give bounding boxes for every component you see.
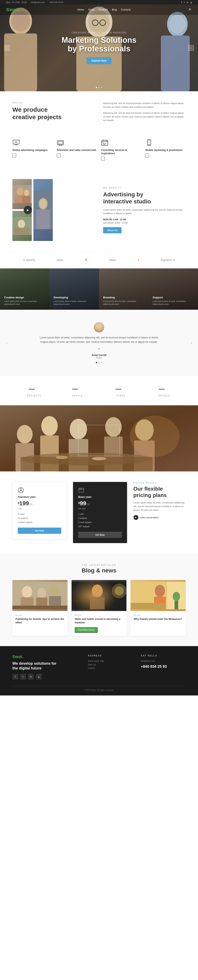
svg-point-72	[22, 586, 32, 598]
stat-years: — Years	[99, 384, 142, 397]
pricing-standard-button[interactable]: Get Now	[18, 528, 61, 534]
hero-section: ‹ CREATIVE AGENCY WITH A PASSION Marketi…	[0, 5, 198, 91]
top-bar-email: info@swot.com	[31, 1, 45, 3]
studio-images: ▶	[13, 179, 95, 241]
nav-portfolio[interactable]: Portfolio	[98, 8, 108, 11]
social-instagram[interactable]: in	[187, 1, 188, 3]
pricing-basic-card: Basic plan $99.00 per user 1 user5 proje…	[73, 482, 127, 543]
testimonial-dot-1[interactable]	[96, 362, 97, 363]
footer-brand: Swot. We develop solutions forthe digita…	[13, 654, 79, 680]
studio-image-1	[13, 179, 32, 209]
pricing-basic-icon	[78, 487, 84, 493]
hero-dot-3[interactable]	[101, 87, 102, 88]
search-icon[interactable]: 🔍	[189, 8, 192, 11]
svg-rect-79	[71, 582, 127, 609]
svg-point-64	[130, 416, 179, 457]
svg-rect-35	[22, 196, 30, 203]
pricing-saving-label: SAVING MONEY	[133, 482, 186, 484]
service-card-4-content: Support Lorem ipsum dolor sit amet, cons…	[149, 269, 198, 310]
social-facebook[interactable]: f	[181, 1, 182, 3]
hero-dot-1[interactable]	[96, 87, 97, 88]
service-4-arrow[interactable]: →	[146, 154, 149, 158]
pricing-video-label: Video presentation	[140, 516, 159, 519]
brands-section: ● spotify alelo A Haier ₿ logitech G	[0, 251, 198, 269]
testimonial-avatar	[94, 322, 104, 332]
blog-title-3: Why brands should enter the Metaverse?	[134, 617, 182, 621]
studio-title: Advertising byinteractive studio	[103, 191, 185, 205]
pricing-video-link[interactable]: ▶ Video presentation	[133, 515, 186, 520]
footer-address-col: Address Street name, City,State zip,Coun…	[88, 654, 133, 680]
svg-point-91	[173, 592, 180, 601]
hero-subtitle: CREATIVE AGENCY WITH A PASSION	[62, 32, 136, 34]
hero-prev-button[interactable]: ‹	[4, 45, 10, 51]
hero-dot-2[interactable]	[98, 87, 100, 88]
svg-point-41	[18, 220, 25, 228]
svg-point-66	[20, 488, 22, 490]
blog-image-1	[13, 580, 67, 611]
hero-next-button[interactable]: ›	[188, 45, 194, 51]
pricing-section: Standard plan $199.00 / per 5 users10 pr…	[0, 471, 198, 554]
stat-projects: — Projects	[13, 384, 56, 397]
service-2-arrow[interactable]: →	[57, 154, 60, 158]
testimonial-prev-button[interactable]: ‹	[6, 341, 7, 345]
footer-twitter-icon[interactable]: t	[20, 674, 26, 679]
service-card-3-text: Lorem ipsum dolor sit amet, consectetur …	[103, 300, 144, 305]
svg-point-83	[112, 584, 127, 598]
nav-contacts[interactable]: Contacts	[121, 8, 131, 11]
service-1-arrow[interactable]: →	[13, 154, 16, 158]
stat-projects-label: Projects	[13, 395, 56, 397]
blog-card-1: BLOG Publishing for brands: tips to achi…	[13, 580, 67, 636]
service-card-2-text: Lorem ipsum dolor sit amet, consectetur …	[54, 300, 95, 305]
pricing-standard-card: Standard plan $199.00 / per 5 users10 pr…	[13, 482, 67, 539]
blog-card-2: BLOG Skills and habits crucial to becomi…	[71, 580, 127, 636]
social-google[interactable]: g	[190, 1, 192, 3]
studio-section: ▶ WE MAKE IT Advertising byinteractive s…	[0, 169, 198, 251]
blog-tag-3: BLOG	[134, 614, 182, 616]
top-bar: Mon - Fri: 8:00 - 22:00 info@swot.com +8…	[0, 0, 198, 5]
svg-rect-78	[13, 606, 67, 609]
testimonial-dot-2[interactable]	[98, 362, 100, 363]
footer-google-icon[interactable]: g	[36, 674, 42, 679]
footer-social: f t in g	[13, 674, 79, 679]
hero-cta-button[interactable]: Explore Now	[87, 57, 112, 64]
stat-years-label: Years	[99, 395, 142, 397]
pricing-standard-price: $199.00	[18, 500, 61, 507]
header-icons: 🔍	[189, 8, 192, 11]
logo[interactable]: Swot.	[6, 7, 19, 13]
studio-about-button[interactable]: About Us	[103, 227, 122, 233]
blog-label: THE LATEST ARTICLES	[13, 564, 185, 566]
svg-point-61	[56, 456, 68, 459]
footer-linkedin-icon[interactable]: in	[28, 674, 34, 679]
footer-facebook-icon[interactable]: f	[13, 674, 18, 679]
blog-title: Blog & news	[13, 567, 185, 574]
nav-home[interactable]: Home	[78, 8, 84, 11]
blog-tag-2: BLOG	[74, 614, 124, 616]
pricing-basic-button[interactable]: Get Now	[78, 532, 122, 538]
service-tv-radio: Television and radio commercials →	[57, 139, 97, 161]
service-4-title: Mobile marketing & promotions	[146, 149, 185, 152]
footer-logo[interactable]: Swot.	[13, 654, 79, 659]
pricing-basic-period: per user	[78, 508, 122, 510]
svg-rect-82	[90, 597, 105, 609]
svg-point-88	[155, 585, 165, 597]
service-card-creative: Creative design Lorem ipsum dolor sit am…	[0, 269, 49, 310]
hero-content: CREATIVE AGENCY WITH A PASSION Marketing…	[62, 32, 136, 64]
service-card-1-content: Creative design Lorem ipsum dolor sit am…	[0, 269, 49, 310]
blog-read-more-button[interactable]: Read More Article	[74, 627, 98, 633]
social-twitter[interactable]: t	[184, 1, 185, 3]
footer-bottom: © 2023 Swot. All rights reserved.	[13, 686, 185, 691]
testimonial-next-button[interactable]: ›	[191, 341, 192, 345]
service-card-4-title: Support	[153, 296, 194, 299]
blog-image-3	[131, 580, 185, 611]
blog-title-1: Publishing for brands: tips to achieve t…	[16, 617, 64, 624]
svg-point-76	[50, 585, 59, 597]
brand-spotify: ● spotify	[23, 258, 35, 262]
pricing-standard-period: / per	[18, 508, 61, 510]
nav-blog[interactable]: Blog	[112, 8, 117, 11]
service-3-arrow[interactable]: →	[101, 157, 105, 161]
studio-play-button[interactable]: ▶	[24, 206, 32, 214]
svg-point-70	[81, 488, 82, 489]
service-card-2-title: Developing	[54, 296, 95, 299]
nav-about[interactable]: About	[88, 8, 95, 11]
testimonial-dot-3[interactable]	[101, 362, 102, 363]
